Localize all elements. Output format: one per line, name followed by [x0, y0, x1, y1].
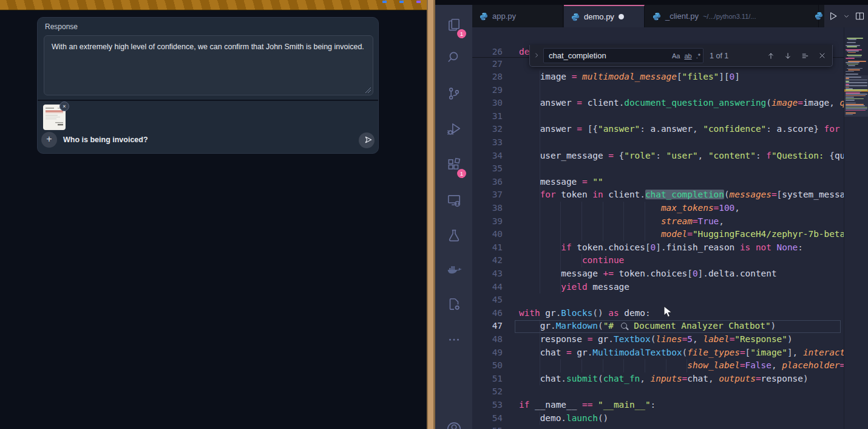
- previous-match-icon[interactable]: [767, 52, 775, 60]
- tab-label: app.py: [492, 12, 516, 21]
- response-textarea[interactable]: With an extremely high level of confiden…: [44, 35, 373, 95]
- send-button[interactable]: [359, 132, 375, 148]
- find-query[interactable]: chat_completion: [549, 51, 606, 60]
- extensions-icon[interactable]: 1: [435, 150, 472, 179]
- tab-demo-py[interactable]: demo.py: [564, 5, 645, 27]
- tab-client-py[interactable]: _client.py ~/.../python3.11/...: [645, 5, 819, 27]
- python-icon: [571, 13, 580, 21]
- browser-icon-fragment: [382, 1, 387, 3]
- current-line-highlight: [515, 320, 841, 334]
- response-label: Response: [45, 22, 78, 31]
- code-editor[interactable]: 26 def 27 28 image = multimodal_message[…: [472, 27, 844, 429]
- run-debug-icon[interactable]: [435, 114, 472, 143]
- task-file-gear-icon[interactable]: [435, 290, 472, 319]
- gradio-app-pane: Response With an extremely high level of…: [0, 0, 427, 429]
- next-match-icon[interactable]: [784, 52, 792, 60]
- account-icon[interactable]: [435, 413, 472, 429]
- window-divider[interactable]: [427, 0, 435, 429]
- remove-attachment-button[interactable]: ×: [59, 101, 69, 111]
- multimodal-input-row: + Who is being invoiced?: [38, 132, 378, 150]
- tab-bar: app.py demo.py _client.py ~/.../python3.…: [472, 5, 868, 27]
- explorer-icon[interactable]: 1: [435, 10, 472, 39]
- tab-description: ~/.../python3.11/...: [703, 13, 756, 20]
- match-case-toggle[interactable]: Aa: [672, 52, 680, 60]
- source-control-icon[interactable]: [435, 79, 472, 108]
- vscode-window: 1 1: [435, 0, 868, 429]
- window-top-strip: [435, 0, 868, 5]
- tab-app-py[interactable]: app.py: [472, 5, 563, 27]
- testing-icon[interactable]: [435, 221, 472, 250]
- explorer-badge: 1: [457, 29, 466, 38]
- striped-progress-bar: [0, 0, 427, 10]
- add-file-button[interactable]: +: [41, 132, 57, 148]
- chat-input-text[interactable]: Who is being invoiced?: [63, 136, 148, 144]
- more-ellipsis-icon[interactable]: [435, 325, 472, 354]
- remote-explorer-icon[interactable]: [435, 186, 472, 215]
- whole-word-toggle[interactable]: ab: [684, 52, 691, 60]
- find-widget: chat_completion Aa ab .* 1 of 1: [529, 45, 833, 67]
- find-input[interactable]: chat_completion Aa ab .*: [543, 48, 704, 63]
- resize-handle-icon[interactable]: [365, 88, 371, 93]
- browser-icon-fragment: [399, 1, 404, 3]
- toggle-replace-chevron-icon[interactable]: [530, 51, 543, 61]
- find-results-count: 1 of 1: [710, 52, 728, 60]
- editor-actions: [824, 5, 868, 27]
- screen: Response With an extremely high level of…: [0, 0, 868, 429]
- gradio-card: Response With an extremely high level of…: [37, 17, 379, 154]
- run-file-icon[interactable]: [828, 11, 838, 21]
- close-find-icon[interactable]: [818, 52, 826, 60]
- code-lines: 27 28 image = multimodal_message["files"…: [472, 58, 844, 429]
- tab-label: _client.py: [665, 12, 699, 21]
- python-icon: [480, 12, 488, 21]
- search-icon[interactable]: [435, 43, 472, 72]
- response-text: With an extremely high level of confiden…: [52, 43, 364, 51]
- extensions-badge: 1: [457, 169, 466, 178]
- find-in-selection-icon[interactable]: [801, 52, 810, 60]
- modified-dot-icon[interactable]: [619, 14, 624, 19]
- python-icon-partial: [815, 12, 823, 20]
- minimap[interactable]: [844, 27, 868, 429]
- docker-icon[interactable]: [435, 256, 472, 285]
- mouse-cursor: [663, 306, 673, 318]
- split-editor-icon[interactable]: [855, 11, 865, 21]
- chevron-down-icon[interactable]: [843, 13, 850, 19]
- component-divider: [38, 100, 378, 101]
- activity-bar: 1 1: [435, 5, 472, 429]
- send-icon: [364, 136, 373, 144]
- python-icon: [653, 12, 661, 21]
- regex-toggle[interactable]: .*: [696, 52, 700, 60]
- tab-label: demo.py: [584, 12, 614, 21]
- browser-icon-fragment: [416, 1, 421, 3]
